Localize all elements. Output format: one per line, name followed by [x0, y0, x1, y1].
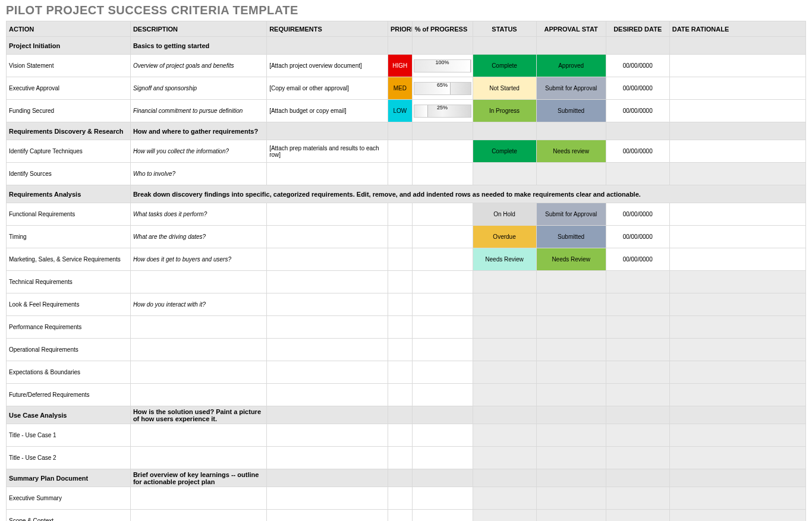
desired-date-cell[interactable] — [606, 510, 669, 522]
requirements-cell[interactable]: [Attach prep materials and results to ea… — [267, 140, 388, 163]
description-cell[interactable] — [130, 339, 266, 361]
action-cell[interactable]: Timing — [7, 226, 131, 248]
approval-cell[interactable] — [536, 447, 606, 469]
action-cell[interactable]: Technical Requirements — [7, 271, 131, 293]
progress-cell[interactable] — [412, 140, 473, 163]
status-cell[interactable]: Overdue — [473, 226, 536, 248]
description-cell[interactable] — [130, 510, 266, 522]
rationale-cell[interactable] — [669, 77, 805, 100]
rationale-cell[interactable] — [669, 140, 805, 163]
status-cell[interactable] — [473, 339, 536, 361]
desired-date-cell[interactable]: 00/00/0000 — [606, 248, 669, 271]
rationale-cell[interactable] — [669, 361, 805, 384]
progress-cell[interactable] — [412, 361, 473, 384]
description-cell[interactable] — [130, 424, 266, 447]
status-cell[interactable]: Complete — [473, 55, 536, 77]
approval-cell[interactable]: Submit for Approval — [536, 77, 606, 100]
progress-cell[interactable]: 100% — [412, 55, 473, 77]
rationale-cell[interactable] — [669, 510, 805, 522]
description-cell[interactable] — [130, 361, 266, 384]
action-cell[interactable]: Scope & Context — [7, 510, 131, 522]
approval-cell[interactable] — [536, 424, 606, 447]
progress-cell[interactable] — [412, 487, 473, 510]
status-cell[interactable]: Not Started — [473, 77, 536, 100]
priority-cell[interactable]: MED — [388, 77, 412, 100]
approval-cell[interactable] — [536, 384, 606, 406]
requirements-cell[interactable] — [267, 163, 388, 185]
approval-cell[interactable] — [536, 271, 606, 293]
status-cell[interactable] — [473, 424, 536, 447]
priority-cell[interactable] — [388, 510, 412, 522]
progress-cell[interactable] — [412, 293, 473, 316]
rationale-cell[interactable] — [669, 100, 805, 122]
approval-cell[interactable]: Needs review — [536, 140, 606, 163]
approval-cell[interactable] — [536, 339, 606, 361]
progress-cell[interactable]: 25% — [412, 100, 473, 122]
description-cell[interactable]: What tasks does it perform? — [130, 203, 266, 226]
description-cell[interactable] — [130, 316, 266, 339]
action-cell[interactable]: Functional Requirements — [7, 203, 131, 226]
description-cell[interactable]: Signoff and sponsorship — [130, 77, 266, 100]
description-cell[interactable] — [130, 384, 266, 406]
status-cell[interactable] — [473, 510, 536, 522]
requirements-cell[interactable] — [267, 293, 388, 316]
requirements-cell[interactable]: [Attach budget or copy email] — [267, 100, 388, 122]
status-cell[interactable] — [473, 447, 536, 469]
rationale-cell[interactable] — [669, 271, 805, 293]
rationale-cell[interactable] — [669, 487, 805, 510]
requirements-cell[interactable] — [267, 510, 388, 522]
requirements-cell[interactable] — [267, 424, 388, 447]
requirements-cell[interactable]: [Attach project overview document] — [267, 55, 388, 77]
status-cell[interactable] — [473, 316, 536, 339]
action-cell[interactable]: Executive Approval — [7, 77, 131, 100]
progress-cell[interactable]: 65% — [412, 77, 473, 100]
desired-date-cell[interactable] — [606, 447, 669, 469]
action-cell[interactable]: Title - Use Case 2 — [7, 447, 131, 469]
status-cell[interactable] — [473, 271, 536, 293]
requirements-cell[interactable] — [267, 384, 388, 406]
priority-cell[interactable] — [388, 271, 412, 293]
description-cell[interactable]: Overview of project goals and benefits — [130, 55, 266, 77]
rationale-cell[interactable] — [669, 55, 805, 77]
priority-cell[interactable]: LOW — [388, 100, 412, 122]
progress-cell[interactable] — [412, 510, 473, 522]
description-cell[interactable] — [130, 271, 266, 293]
approval-cell[interactable]: Submitted — [536, 226, 606, 248]
status-cell[interactable] — [473, 487, 536, 510]
priority-cell[interactable]: HIGH — [388, 55, 412, 77]
action-cell[interactable]: Marketing, Sales, & Service Requirements — [7, 248, 131, 271]
requirements-cell[interactable] — [267, 226, 388, 248]
progress-cell[interactable] — [412, 248, 473, 271]
status-cell[interactable]: Needs Review — [473, 248, 536, 271]
rationale-cell[interactable] — [669, 226, 805, 248]
approval-cell[interactable] — [536, 293, 606, 316]
requirements-cell[interactable] — [267, 339, 388, 361]
priority-cell[interactable] — [388, 424, 412, 447]
rationale-cell[interactable] — [669, 163, 805, 185]
rationale-cell[interactable] — [669, 203, 805, 226]
requirements-cell[interactable] — [267, 487, 388, 510]
priority-cell[interactable] — [388, 140, 412, 163]
status-cell[interactable] — [473, 384, 536, 406]
action-cell[interactable]: Executive Summary — [7, 487, 131, 510]
requirements-cell[interactable] — [267, 316, 388, 339]
progress-cell[interactable] — [412, 424, 473, 447]
progress-cell[interactable] — [412, 447, 473, 469]
progress-cell[interactable] — [412, 163, 473, 185]
desired-date-cell[interactable] — [606, 271, 669, 293]
progress-cell[interactable] — [412, 339, 473, 361]
priority-cell[interactable] — [388, 384, 412, 406]
description-cell[interactable] — [130, 487, 266, 510]
action-cell[interactable]: Performance Requirements — [7, 316, 131, 339]
action-cell[interactable]: Funding Secured — [7, 100, 131, 122]
progress-cell[interactable] — [412, 226, 473, 248]
approval-cell[interactable]: Needs Review — [536, 248, 606, 271]
description-cell[interactable]: Who to involve? — [130, 163, 266, 185]
approval-cell[interactable]: Submit for Approval — [536, 203, 606, 226]
rationale-cell[interactable] — [669, 293, 805, 316]
rationale-cell[interactable] — [669, 316, 805, 339]
status-cell[interactable]: On Hold — [473, 203, 536, 226]
approval-cell[interactable] — [536, 361, 606, 384]
progress-cell[interactable] — [412, 384, 473, 406]
desired-date-cell[interactable]: 00/00/0000 — [606, 100, 669, 122]
